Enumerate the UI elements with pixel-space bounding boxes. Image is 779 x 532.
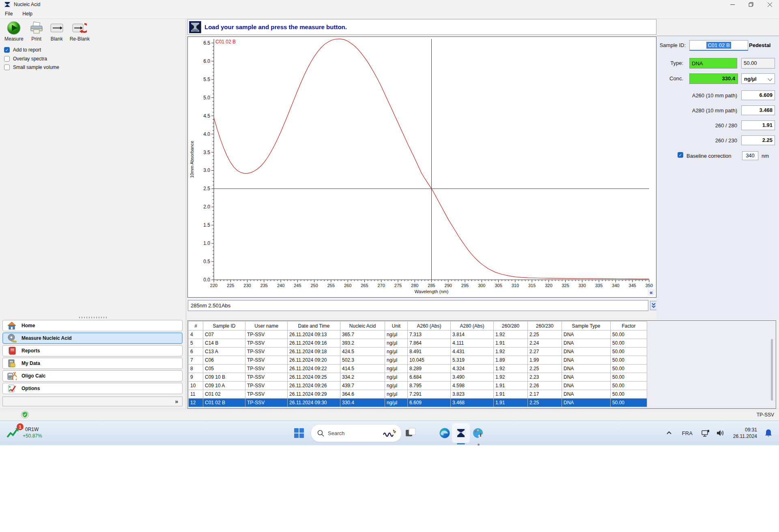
table-cell: 10 [189,382,203,390]
column-header[interactable]: Date and Time [288,322,340,330]
table-cell: C07 [203,330,245,339]
table-cell: ng/µl [385,382,408,390]
pen-squiggle-icon [383,428,396,438]
type-label: Type: [656,60,683,66]
x-tick-label: 235 [260,283,268,288]
overlay-spectra-checkbox[interactable]: Overlay spectra [4,55,47,62]
x-tick-label: 245 [294,283,301,288]
baseline-wavelength-field[interactable]: 340 [742,151,758,160]
table-row[interactable]: 7C06TP-SSV26.11.2024 09:20502.3ng/µl10.0… [189,356,647,365]
ratio-260-230-row: 260 / 230 2.25 [656,135,779,146]
table-cell: 50.00 [611,330,647,339]
table-row[interactable]: 6C13 ATP-SSV26.11.2024 09:18424.5ng/µl8.… [189,348,647,356]
column-header[interactable]: Sample Type [562,322,611,330]
x-tick-label: 315 [528,283,536,288]
nav-overflow-button[interactable]: » [2,397,183,406]
table-cell: DNA [562,330,611,339]
reblank-button[interactable]: Re-Blank [67,20,93,45]
minimize-button[interactable] [723,0,742,9]
sidebar-item-options[interactable]: Options [2,383,183,394]
column-header[interactable]: Unit [385,322,408,330]
table-cell: 2.26 [528,382,562,390]
title-bar[interactable]: Nucleic Acid [0,0,779,9]
start-button[interactable] [294,428,304,438]
concentration-row: Conc. 330.4 ng/µl [656,73,779,84]
factor-field[interactable]: 50.00 [741,58,775,69]
notification-bell-icon[interactable] [764,428,773,438]
table-row[interactable]: 8C05TP-SSV26.11.2024 09:22414.5ng/µl8.28… [189,365,647,373]
menu-help[interactable]: Help [17,10,37,18]
a260-row: A260 (10 mm path) 6.609 [656,90,779,101]
spectrum-svg[interactable]: 0.00.51.01.52.02.53.03.54.04.55.05.56.06… [188,37,656,297]
x-tick-label: 275 [394,283,402,288]
table-cell: 1.92 [494,348,528,356]
column-header[interactable]: # [189,322,203,330]
table-scrollbar[interactable] [771,339,773,401]
overlay-spectra-label: Overlay spectra [13,56,47,62]
snipping-tool-icon[interactable] [405,427,416,439]
taskbar-widget[interactable]: 1 0R1W +50.87% [6,424,42,441]
baseline-checkbox[interactable]: ✓ [678,152,683,158]
language-indicator[interactable]: FRA [682,430,693,436]
table-cell: ng/µl [385,339,408,348]
unit-select[interactable]: ng/µl [741,73,775,84]
table-row[interactable]: 11C01 02TP-SSV26.11.2024 09:29364.6ng/µl… [189,390,647,399]
blank-label: Blank [51,36,63,42]
column-header[interactable]: Nucleic Acid [340,322,385,330]
add-to-report-checkbox[interactable]: ✓ Add to report [4,46,41,54]
table-row[interactable]: 12C01 02 BTP-SSV26.11.2024 09:30330.4ng/… [189,399,647,407]
expand-readout-button[interactable] [650,301,657,310]
volume-icon[interactable] [715,428,725,438]
left-panel: Measure Print [0,19,186,409]
chart-legend: C01 02 B [215,39,236,45]
restore-button[interactable] [742,0,760,9]
x-tick-label: 255 [327,283,335,288]
column-header[interactable]: Factor [611,322,647,330]
print-button[interactable]: Print [26,20,47,45]
network-icon[interactable] [701,428,710,438]
table-cell: TP-SSV [245,339,288,348]
column-header[interactable]: A280 (Abs) [451,322,494,330]
ratio-260-280-field: 1.91 [741,120,775,130]
table-row[interactable]: 9C09 10 BTP-SSV26.11.2024 09:25334.2ng/µ… [189,373,647,382]
blank-button[interactable]: Blank [47,20,67,45]
table-row[interactable]: 4C07TP-SSV26.11.2024 09:13365.7ng/µl7.31… [189,330,647,339]
measure-button[interactable]: Measure [2,20,26,45]
type-select[interactable]: DNA [689,58,737,69]
sidebar-item-my-data[interactable]: My Data [2,358,183,369]
nucleic-acid-app-taskbar-icon[interactable] [452,423,470,443]
sidebar-item-oligo-calc[interactable]: Oligo Calc [2,370,183,382]
tray-chevron-up-icon[interactable] [664,428,674,438]
panel-splitter-handle[interactable] [79,317,108,318]
sidebar-item-home[interactable]: Home [2,320,183,331]
y-tick-label: 3.5 [203,150,210,155]
close-button[interactable] [760,0,779,9]
column-header[interactable]: 260/230 [528,322,562,330]
taskbar-search[interactable]: Search [311,424,402,442]
taskbar-clock[interactable]: 09:31 26.11.2024 [733,427,757,440]
edge-browser-icon[interactable] [439,427,450,439]
table-cell: TP-SSV [245,356,288,365]
sidebar-item-reports[interactable]: Reports [2,345,183,356]
ratio-260-280-value: 1.91 [762,122,773,128]
table-cell: 330.4 [340,399,385,407]
table-row[interactable]: 5C14 BTP-SSV26.11.2024 09:16393.2ng/µl7.… [189,339,647,348]
table-cell: ng/µl [385,356,408,365]
cursor-readout-field[interactable]: 285nm 2.501Abs [188,300,648,311]
sidebar-item-measure-nucleic-acid[interactable]: Measure Nucleic Acid [2,332,183,344]
options-icon [7,384,17,393]
column-header[interactable]: A260 (Abs) [408,322,451,330]
column-header[interactable]: 260/280 [494,322,528,330]
notification-badge: 1 [17,423,24,430]
column-header[interactable]: Sample ID [203,322,245,330]
table-row[interactable]: 10C09 10 ATP-SSV26.11.2024 09:26439.7ng/… [189,382,647,390]
menu-file[interactable]: File [0,10,17,18]
collapse-panel-button[interactable]: « [648,289,655,296]
small-sample-volume-checkbox[interactable]: Small sample volume [4,64,59,71]
column-header[interactable]: User name [245,322,288,330]
table-cell: 1.92 [494,365,528,373]
sample-id-input[interactable]: C01 02 B [689,40,748,51]
x-tick-label: 310 [512,283,519,288]
y-tick-label: 6.5 [203,40,210,46]
paint-app-icon[interactable] [472,427,484,439]
